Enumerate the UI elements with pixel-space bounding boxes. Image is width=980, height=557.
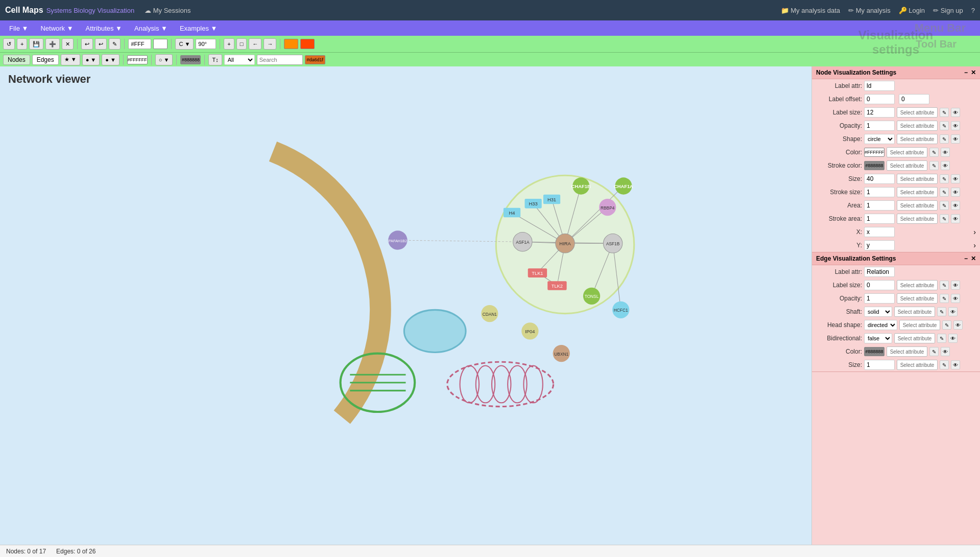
edge-label-attr-value[interactable]: Relation [864,267,895,277]
node-stroke-area-icon2[interactable]: 👁 [951,214,960,223]
bg-color-swatch[interactable]: #FFFFFF [127,55,148,64]
node-vis-close[interactable]: ✕ [971,69,976,76]
edge-label-size-select-attr[interactable]: Select attribute [897,280,938,290]
color1-swatch[interactable] [284,39,298,49]
highlight-swatch[interactable]: #da6d1f [305,55,325,64]
label-attr-value[interactable]: ld [864,81,895,91]
edge-shaft-select[interactable]: soliddasheddotted [864,307,892,317]
rotate-btn[interactable]: C ▼ [175,38,194,50]
node-area-icon1[interactable]: ✎ [940,201,949,210]
edge-bidirectional-select[interactable]: falsetrue [864,333,892,343]
menu-attributes[interactable]: Attributes ▼ [81,22,127,34]
edge-opacity-select-attr[interactable]: Select attribute [897,293,938,304]
menu-file[interactable]: File ▼ [4,22,33,34]
bgcolor-input[interactable] [128,39,151,49]
menu-analysis[interactable]: Analysis ▼ [129,22,173,34]
signup-link[interactable]: ✏ Sign up [933,7,963,14]
edge-size-icon2[interactable]: 👁 [951,360,960,369]
search-input[interactable] [257,55,303,65]
node-shape-icon2[interactable]: 👁 [951,134,960,144]
login-link[interactable]: 🔑 Login [899,7,925,14]
edge-bidirectional-icon1[interactable]: ✎ [937,334,946,343]
edge-label-size-icon1[interactable]: ✎ [940,281,949,290]
undo-btn1[interactable]: ↩ [81,38,93,50]
square-btn[interactable]: □ [236,38,247,50]
node-stroke-color-icon1[interactable]: ✎ [929,161,939,170]
node-stroke-area-icon1[interactable]: ✎ [940,214,949,223]
node-opacity-icon2[interactable]: 👁 [951,121,960,130]
edit-btn[interactable]: ✎ [109,38,121,50]
my-analysis-link[interactable]: ✏ My analysis [848,7,891,14]
save-btn[interactable]: 💾 [29,38,43,50]
node-shape-icon1[interactable]: ✎ [940,134,949,144]
edge-shaft-icon2[interactable]: 👁 [948,307,958,316]
node-area-select-attr[interactable]: Select attribute [897,200,938,211]
edge-size-select-attr[interactable]: Select attribute [897,360,938,370]
label-size-icon1[interactable]: ✎ [940,108,949,117]
edge-vis-minimize[interactable]: − [964,255,968,262]
node-area-value[interactable] [864,200,895,211]
nodes-tab[interactable]: Nodes [3,55,30,65]
edge-opacity-value[interactable] [864,293,895,304]
circle2-btn[interactable]: ● ▼ [102,54,119,65]
label-size-icon2[interactable]: 👁 [951,108,960,117]
node-shape-select-attr[interactable]: Select attribute [897,134,938,144]
edge-vis-close[interactable]: ✕ [971,255,976,262]
edge-color-icon2[interactable]: 👁 [941,347,950,356]
add-btn[interactable]: + [17,38,27,50]
menu-network[interactable]: Network ▼ [35,22,78,34]
node-stroke-area-value[interactable] [864,214,895,224]
node-opacity-select-attr[interactable]: Select attribute [897,121,938,131]
node-stroke-size-icon2[interactable]: 👁 [951,188,960,197]
edge-head-shape-icon2[interactable]: 👁 [953,320,963,330]
edge-size-value[interactable] [864,360,895,370]
edge-shaft-icon1[interactable]: ✎ [937,307,946,316]
edge-label-size-value[interactable] [864,280,895,290]
node-area-icon2[interactable]: 👁 [951,201,960,210]
label-offset-x[interactable] [864,94,895,104]
edge-color-icon1[interactable]: ✎ [929,347,939,356]
node-y-expand[interactable]: › [973,241,976,249]
rotate-value[interactable] [196,39,216,49]
node-stroke-color-select-attr[interactable]: Select attribute [887,160,927,171]
bgcolor-swatch[interactable] [153,39,168,49]
arrow-left-btn[interactable]: ← [249,38,261,50]
node-stroke-size-value[interactable] [864,187,895,197]
help-link[interactable]: ? [971,7,975,14]
menu-examples[interactable]: Examples ▼ [175,22,223,34]
edges-tab[interactable]: Edges [32,55,59,65]
node-color-select-attr[interactable]: Select attribute [887,147,927,157]
node-size-select-attr[interactable]: Select attribute [897,174,938,184]
node-color-swatch[interactable]: #FFFFFF [864,148,885,157]
zoom-in-btn[interactable]: + [224,38,234,50]
edge-head-shape-select-attr[interactable]: Select attribute [899,320,940,330]
edge-color-select-attr[interactable]: Select attribute [887,346,927,357]
label-offset-y[interactable] [899,94,929,104]
circle1-btn[interactable]: ● ▼ [82,54,100,65]
node-shape-select[interactable]: circlesquareellipse [864,134,895,144]
label-size-value[interactable] [864,107,895,118]
node-opacity-icon1[interactable]: ✎ [940,121,949,130]
t-btn[interactable]: T↕ [208,54,222,65]
edge-bidirectional-select-attr[interactable]: Select attribute [894,333,935,343]
node-size-icon1[interactable]: ✎ [940,174,949,183]
network-viewer[interactable]: Network viewer [0,66,811,545]
edge-color-swatch[interactable]: #888888 [864,347,885,356]
node-opacity-value[interactable] [864,121,895,131]
node-stroke-size-select-attr[interactable]: Select attribute [897,187,938,197]
sessions-link[interactable]: ☁ My Sessions [145,7,190,14]
my-analysis-data-link[interactable]: 📁 My analysis data [781,7,840,14]
node-stroke-area-select-attr[interactable]: Select attribute [897,214,938,224]
node-stroke-size-icon1[interactable]: ✎ [940,188,949,197]
color2-swatch[interactable] [300,39,315,49]
node-color-icon1[interactable]: ✎ [929,148,939,157]
node-size-icon2[interactable]: 👁 [951,174,960,183]
edge-head-shape-select[interactable]: directedundirectedarrow [864,320,897,330]
edge-opacity-icon1[interactable]: ✎ [940,294,949,303]
edge-head-shape-icon1[interactable]: ✎ [942,320,951,330]
node-stroke-color-icon2[interactable]: 👁 [941,161,950,170]
edge-bidirectional-icon2[interactable]: 👁 [948,334,958,343]
undo-btn2[interactable]: ↩ [95,38,107,50]
label-size-select-attr[interactable]: Select attribute [897,107,938,118]
edge-size-icon1[interactable]: ✎ [940,360,949,369]
